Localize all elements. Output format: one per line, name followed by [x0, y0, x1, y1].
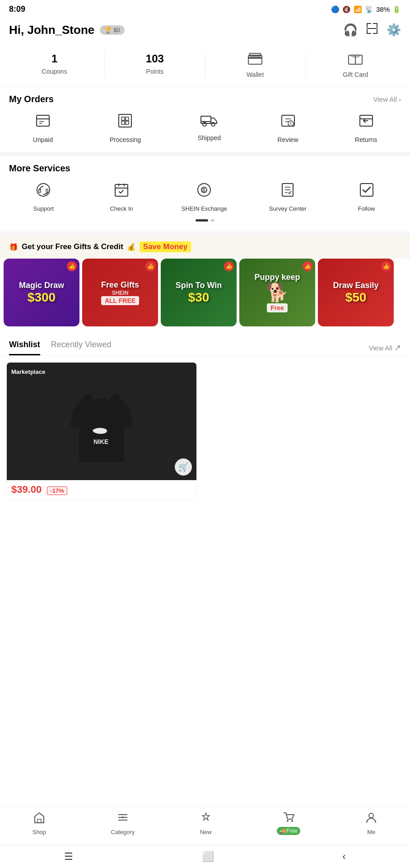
service-check-in[interactable]: Check In	[103, 182, 140, 212]
svg-rect-18	[119, 114, 131, 127]
product-price: $39.00 -17%	[11, 484, 67, 495]
cart-icon	[282, 811, 295, 827]
emoji2: 💰	[127, 243, 136, 251]
shop-label: Shop	[33, 829, 46, 835]
service-shein-exchange[interactable]: S SHEIN Exchange	[182, 182, 227, 212]
services-header: More Services	[0, 156, 410, 178]
tab-recently-viewed[interactable]: Recently Viewed	[51, 340, 112, 355]
nav-new[interactable]: New	[200, 811, 212, 835]
promo-emoji: 🎁	[9, 243, 18, 251]
me-icon	[365, 811, 377, 827]
gift-card-icon	[348, 52, 363, 68]
follow-label: Follow	[358, 205, 375, 212]
shipped-icon	[200, 113, 218, 131]
puppy-tag: Free	[267, 303, 288, 312]
order-shipped[interactable]: Shipped	[198, 113, 221, 143]
tabs-row: Wishlist Recently Viewed View All ↗	[0, 334, 410, 356]
shipped-label: Shipped	[198, 134, 221, 142]
shop-icon	[33, 811, 46, 827]
service-survey[interactable]: Survey Center	[269, 182, 307, 212]
gift-card-stat[interactable]: Gift Card	[306, 52, 405, 78]
shein-exchange-label: SHEIN Exchange	[182, 205, 227, 212]
orders-title: My Orders	[9, 94, 54, 104]
tab-wishlist[interactable]: Wishlist	[9, 340, 40, 355]
quick-stats: 1 Coupons 103 Points Wallet Gift Card	[0, 44, 410, 87]
product-image: Marketplace NIKE 🛒	[7, 363, 196, 480]
returns-label: Returns	[355, 136, 377, 143]
free-badge: 👍	[145, 261, 155, 271]
svg-rect-52	[37, 819, 41, 823]
product-info: $39.00 -17%	[7, 480, 196, 500]
nav-me[interactable]: Me	[365, 811, 377, 835]
scan-icon[interactable]	[366, 22, 378, 38]
status-icons: 🔵 🔇 📶 📡 38% 🔋	[331, 5, 401, 14]
orders-view-all[interactable]: View All ›	[373, 95, 401, 103]
promo-banner: 🎁 Get your Free Gifts & Credit 💰 Save Mo…	[0, 235, 410, 259]
order-review[interactable]: Review	[278, 113, 298, 143]
battery-text: 38%	[376, 5, 390, 13]
header-actions: 🎧 ⚙️	[343, 22, 401, 38]
product-svg: NIKE	[61, 372, 142, 471]
magic-title: Magic Draw	[16, 281, 67, 290]
draw-value: $50	[345, 290, 367, 305]
puppy-title: Puppy keep	[252, 273, 303, 282]
svg-rect-22	[126, 121, 129, 124]
spin-title: Spin To Win	[173, 281, 224, 290]
orders-header: My Orders View All ›	[0, 87, 410, 109]
settings-icon[interactable]: ⚙️	[387, 23, 401, 37]
shein-label: SHEIN	[112, 290, 129, 296]
mute-icon: 🔇	[342, 5, 351, 14]
game-free-gifts[interactable]: 👍 Free Gifts SHEIN ALL FREE	[82, 259, 158, 326]
price-discount: -17%	[47, 486, 67, 495]
chevron-right-icon: ›	[399, 95, 401, 103]
points-count: 103	[146, 52, 164, 65]
menu-button[interactable]: ☰	[64, 851, 73, 863]
game-draw-easily[interactable]: 👍 Draw Easily $50	[318, 259, 394, 326]
service-follow[interactable]: Follow	[349, 182, 385, 212]
draw-title: Draw Easily	[330, 281, 381, 290]
nav-category[interactable]: Category	[111, 811, 135, 835]
wifi-icon: 📶	[354, 5, 362, 14]
support-icon	[35, 182, 51, 202]
survey-icon	[280, 182, 296, 202]
check-in-icon	[113, 182, 130, 202]
wishlist-view-all[interactable]: View All ↗	[369, 343, 401, 353]
nav-shop[interactable]: Shop	[33, 811, 46, 835]
wallet-stat[interactable]: Wallet	[205, 52, 305, 78]
order-returns[interactable]: Returns	[355, 113, 377, 143]
header: Hi, John_Stone 🏆 $0 🎧 ⚙️	[0, 18, 410, 44]
svg-rect-10	[248, 57, 262, 59]
magic-value: $300	[28, 290, 56, 305]
service-support[interactable]: Support	[25, 182, 61, 212]
category-icon	[116, 811, 129, 827]
coupons-label: Coupons	[42, 68, 67, 75]
svg-rect-5	[367, 29, 368, 34]
game-spin-to-win[interactable]: 👍 Spin To Win $30	[161, 259, 237, 326]
home-button[interactable]: ⬜	[202, 851, 214, 863]
points-label: Points	[146, 68, 163, 75]
magic-badge: 👍	[67, 261, 77, 271]
back-button[interactable]: ‹	[342, 851, 345, 863]
game-puppy-keep[interactable]: 👍 Puppy keep 🐕 Free	[239, 259, 315, 326]
greeting-text: Hi, John_Stone	[9, 23, 94, 37]
signal-icon: 📡	[365, 5, 373, 14]
svg-rect-7	[377, 29, 377, 34]
order-unpaid[interactable]: Unpaid	[33, 113, 53, 143]
add-to-cart-button[interactable]: 🛒	[175, 458, 192, 476]
header-left: Hi, John_Stone 🏆 $0	[9, 23, 125, 37]
services-row: Support Check In S	[0, 178, 410, 217]
product-card-nike[interactable]: Marketplace NIKE 🛒	[6, 362, 197, 500]
points-badge: 🏆 $0	[100, 25, 124, 35]
order-processing[interactable]: Processing	[110, 113, 141, 143]
puppy-emoji: 🐕	[266, 282, 289, 303]
coupons-stat[interactable]: 1 Coupons	[5, 52, 104, 78]
points-stat[interactable]: 103 Points	[105, 52, 205, 78]
promo-text: Get your Free Gifts & Credit	[22, 242, 123, 251]
new-icon	[200, 811, 212, 827]
product-grid: Marketplace NIKE 🛒	[0, 356, 410, 507]
svg-text:NIKE: NIKE	[93, 438, 108, 445]
nav-free[interactable]: 🚚Free	[277, 811, 300, 835]
headset-icon[interactable]: 🎧	[343, 23, 358, 37]
me-label: Me	[367, 829, 375, 835]
game-magic-draw[interactable]: 👍 Magic Draw $300	[4, 259, 79, 326]
